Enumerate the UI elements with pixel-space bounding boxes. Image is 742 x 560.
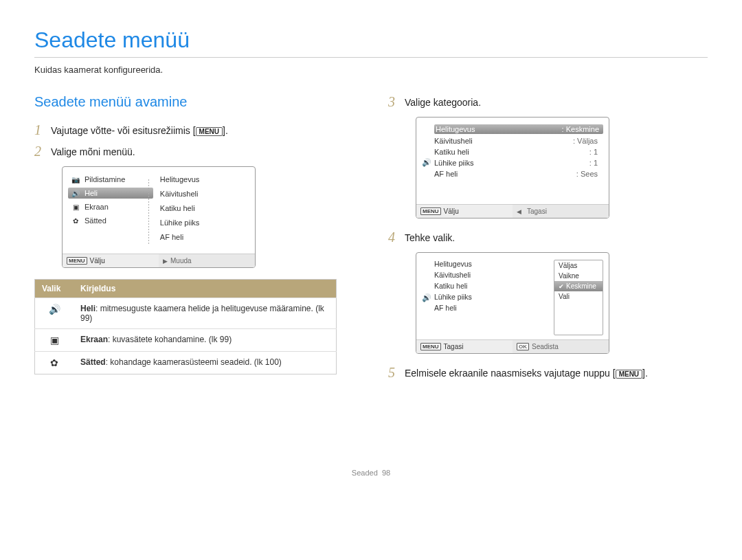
sidebar-item[interactable]: ▣Ekraan [68, 201, 153, 212]
page-subtitle: Kuidas kaamerat konfigureerida. [34, 65, 708, 75]
step-4: 4 Tehke valik. [388, 229, 708, 245]
row-desc: : mitmesuguste kaamera helide ja helitug… [80, 304, 324, 323]
step-number: 4 [388, 229, 405, 245]
page-footer: Seaded 98 [34, 469, 708, 477]
page-title: Seadete menüü [34, 27, 708, 58]
footer-exit[interactable]: MENUVälju [63, 254, 159, 267]
menu-badge: MENU [616, 370, 642, 379]
step-text: Valige mõni menüü. [51, 144, 135, 157]
list-item: AF heli [434, 304, 554, 312]
list-item[interactable]: AF heli: Sees [434, 170, 603, 178]
list-item[interactable]: Katiku heli [157, 203, 249, 214]
section-heading: Seadete menüü avamine [34, 94, 354, 110]
screen-select: 🔊 Helitugevus Käivitusheli Katiku heli L… [416, 252, 609, 354]
row-desc: : kohandage kaamerasüsteemi seadeid. (lk… [106, 357, 282, 367]
table-row: ✿ Sätted: kohandage kaamerasüsteemi sead… [35, 352, 337, 374]
list-item[interactable]: Helitugevus: Keskmine [434, 124, 603, 134]
screen-category: 🔊 Helitugevus: Keskmine Käivitusheli: Vä… [416, 117, 609, 219]
footer-exit[interactable]: MENUVälju [416, 205, 513, 218]
arrow-right-icon: ▶ [163, 258, 168, 265]
footer-change[interactable]: ▶Muuda [159, 254, 255, 267]
sidebar-item[interactable]: 🔊Heli [68, 188, 153, 199]
option-item[interactable]: Vali [554, 291, 603, 302]
gear-icon: ✿ [71, 216, 80, 225]
list-item[interactable]: Lühike piiks [157, 217, 249, 228]
display-icon: ▣ [71, 203, 80, 211]
gear-icon: ✿ [35, 352, 74, 374]
list-item[interactable]: Katiku heli: 1 [434, 148, 603, 156]
step-2: 2 Valige mõni menüü. [34, 144, 354, 159]
list-item: Lühike piiks [434, 293, 554, 301]
list-item: Katiku heli [434, 282, 554, 290]
option-item[interactable]: Vaikne [554, 271, 603, 281]
left-column: Seadete menüü avamine 1 Vajutage võtte- … [34, 94, 354, 386]
step-text: Eelmisele ekraanile naasmiseks vajutage … [405, 365, 648, 379]
step-1: 1 Vajutage võtte- või esitusrežiimis [ME… [34, 122, 354, 138]
table-row: ▣ Ekraan: kuvasätete kohandamine. (lk 99… [35, 329, 337, 352]
sound-icon: 🔊 [422, 260, 434, 335]
step-number: 3 [388, 94, 405, 110]
sound-icon: 🔊 [422, 124, 434, 200]
step-3: 3 Valige kategooria. [388, 94, 708, 110]
row-label: Sätted [80, 357, 106, 367]
list-item[interactable]: AF heli [157, 232, 249, 243]
footer-back[interactable]: MENUTagasi [416, 340, 513, 353]
screen-footer: MENUTagasi OKSeadista [416, 339, 609, 353]
step-5: 5 Eelmisele ekraanile naasmiseks vajutag… [388, 365, 708, 381]
col-header-option: Valik [35, 280, 74, 298]
list-item: Helitugevus [434, 260, 554, 268]
step-text: Valige kategooria. [405, 94, 481, 108]
footer-back[interactable]: Tagasi [513, 205, 609, 218]
content-columns: Seadete menüü avamine 1 Vajutage võtte- … [34, 94, 708, 386]
display-icon: ▣ [35, 329, 74, 352]
step-number: 1 [34, 122, 51, 138]
step-number: 5 [388, 365, 405, 381]
sidebar-item[interactable]: 📷Pildistamine [68, 174, 153, 185]
footer-set[interactable]: OKSeadista [513, 340, 609, 353]
right-column: 3 Valige kategooria. 🔊 Helitugevus: Kesk… [388, 94, 708, 386]
step-number: 2 [34, 144, 51, 159]
menu-badge: MENU [196, 127, 223, 136]
sound-icon: 🔊 [71, 189, 80, 197]
menu-left-pane: 📷Pildistamine 🔊Heli ▣Ekraan ✿Sätted [68, 174, 153, 249]
list-item: Käivitusheli [434, 271, 554, 279]
row-label: Heli [80, 304, 95, 313]
option-item[interactable]: Väljas [554, 260, 603, 271]
step-text: Vajutage võtte- või esitusrežiimis [MENU… [51, 122, 228, 136]
menu-right-pane: Helitugevus Käivitusheli Katiku heli Lüh… [153, 174, 249, 249]
list-item[interactable]: Käivitusheli: Väljas [434, 137, 603, 145]
screen-footer: MENUVälju ▶Muuda [63, 254, 255, 267]
sound-icon: 🔊 [35, 298, 74, 329]
screen-footer: MENUVälju Tagasi [416, 204, 609, 218]
list-item[interactable]: Lühike piiks: 1 [434, 159, 603, 167]
col-header-description: Kirjeldus [74, 280, 337, 298]
screen-menu: 📷Pildistamine 🔊Heli ▣Ekraan ✿Sätted Heli… [62, 166, 256, 268]
sidebar-item[interactable]: ✿Sätted [68, 215, 153, 226]
row-label: Ekraan [80, 335, 108, 344]
camera-icon: 📷 [71, 175, 80, 183]
description-table: Valik Kirjeldus 🔊 Heli: mitmesuguste kaa… [34, 279, 337, 374]
step-text: Tehke valik. [405, 229, 455, 243]
option-item[interactable]: Keskmine [554, 281, 603, 291]
row-desc: : kuvasätete kohandamine. (lk 99) [108, 335, 232, 344]
list-item[interactable]: Helitugevus [157, 174, 249, 185]
option-popup: Väljas Vaikne Keskmine Vali [554, 260, 603, 335]
table-row: 🔊 Heli: mitmesuguste kaamera helide ja h… [35, 298, 337, 329]
list-item[interactable]: Käivitusheli [157, 188, 249, 199]
